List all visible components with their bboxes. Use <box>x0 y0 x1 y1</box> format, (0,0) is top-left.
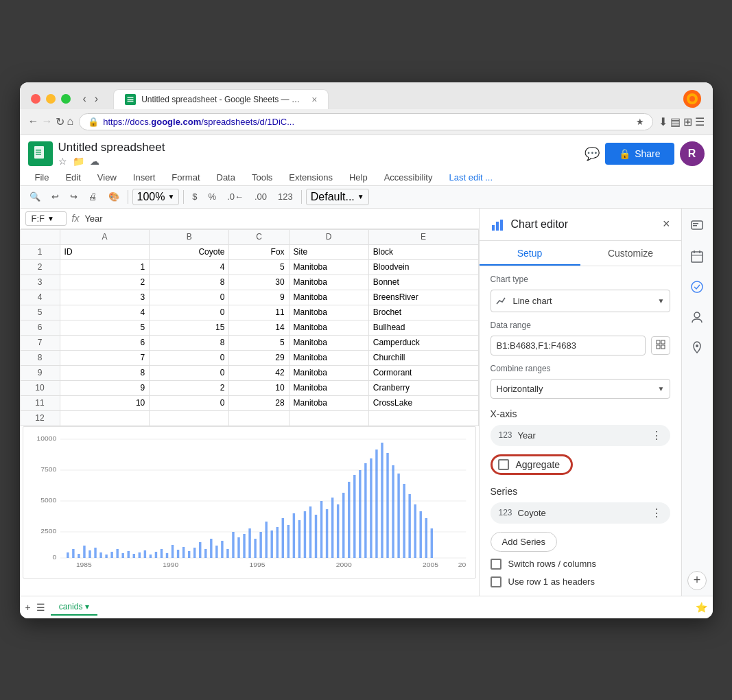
menu-format[interactable]: Format <box>165 170 206 185</box>
zoom-control[interactable]: 100% ▼ <box>132 189 180 205</box>
cell-1b[interactable]: Coyote <box>150 244 229 259</box>
svg-rect-3 <box>128 100 134 101</box>
sidebar-calendar-button[interactable] <box>685 244 709 269</box>
paint-format-button[interactable]: 🎨 <box>104 189 123 205</box>
xaxis-more-button[interactable]: ⋮ <box>651 429 662 442</box>
maximize-window-button[interactable] <box>61 94 71 104</box>
redo-button[interactable]: ↪ <box>66 189 82 205</box>
add-series-button[interactable]: Add Series <box>491 532 558 552</box>
svg-rect-53 <box>210 539 212 558</box>
search-toolbar-button[interactable]: 🔍 <box>25 189 45 205</box>
menu-edit[interactable]: Edit <box>58 170 87 185</box>
menu-view[interactable]: View <box>91 170 123 185</box>
data-range-input[interactable] <box>491 336 646 355</box>
sidebar-icon[interactable]: ⊞ <box>683 115 692 128</box>
toolbar-separator-3 <box>301 190 302 204</box>
print-button[interactable]: 🖨 <box>84 189 102 205</box>
svg-rect-42 <box>149 555 151 558</box>
menu-data[interactable]: Data <box>210 170 242 185</box>
explore-button[interactable]: ⭐ <box>696 602 707 613</box>
user-avatar[interactable]: R <box>680 141 705 166</box>
font-control[interactable]: Default... ▼ <box>306 189 369 205</box>
chart-type-select[interactable]: Line chart Bar chart Column chart Scatte… <box>491 290 670 312</box>
col-header-d[interactable]: D <box>289 229 368 244</box>
sheets-logo <box>28 141 53 166</box>
cell-reference[interactable]: F:F ▼ <box>25 211 67 226</box>
col-header-e[interactable]: E <box>368 229 478 244</box>
decrease-decimal-button[interactable]: .0← <box>223 189 248 205</box>
percent-button[interactable]: % <box>204 189 221 205</box>
svg-rect-94 <box>492 225 495 231</box>
col-header-a[interactable]: A <box>60 229 150 244</box>
menu-help[interactable]: Help <box>342 170 375 185</box>
sidebar-add-button[interactable]: + <box>687 571 707 590</box>
chart-editor-close-button[interactable]: × <box>663 217 670 231</box>
menu-icon[interactable]: ☰ <box>695 115 705 128</box>
home-button[interactable]: ⌂ <box>67 115 74 128</box>
svg-rect-41 <box>143 550 145 558</box>
menu-tools[interactable]: Tools <box>245 170 279 185</box>
tab-customize[interactable]: Customize <box>580 241 681 266</box>
123-button[interactable]: 123 <box>274 189 297 205</box>
back-button[interactable]: ← <box>28 115 39 128</box>
series-more-button[interactable]: ⋮ <box>651 506 662 520</box>
cell-1e[interactable]: Block <box>368 244 478 259</box>
combine-ranges-select[interactable]: Horizontally Vertically <box>491 379 670 399</box>
minimize-window-button[interactable] <box>46 94 56 104</box>
currency-button[interactable]: $ <box>188 189 201 205</box>
menu-file[interactable]: File <box>28 170 56 185</box>
sidebar-maps-button[interactable] <box>685 335 709 360</box>
undo-button[interactable]: ↩ <box>47 189 63 205</box>
formula-bar: F:F ▼ fx Year <box>20 209 479 229</box>
download-icon[interactable]: ⬇ <box>659 115 668 128</box>
svg-rect-8 <box>36 150 41 151</box>
cell-1a[interactable]: ID <box>60 244 150 259</box>
close-window-button[interactable] <box>31 94 40 104</box>
tab-title: Untitled spreadsheet - Google Sheets — M… <box>141 95 306 104</box>
sheet-tab-canids[interactable]: canids ▾ <box>51 599 97 616</box>
data-range-grid-button[interactable] <box>651 336 670 355</box>
sidebar-chat-button[interactable] <box>685 214 709 239</box>
star-icon[interactable]: ☆ <box>58 156 67 167</box>
menu-insert[interactable]: Insert <box>126 170 163 185</box>
close-tab-button[interactable]: × <box>311 94 317 105</box>
add-sheet-button[interactable]: + <box>25 602 31 613</box>
url-bar[interactable]: 🔒 https://docs.google.com/spreadsheets/d… <box>79 113 652 130</box>
browser-window: ‹ › Untitled spreadsheet - Google Sheets… <box>20 82 713 618</box>
comments-icon[interactable]: 💬 <box>585 146 600 161</box>
col-header-b[interactable]: B <box>150 229 229 244</box>
share-button[interactable]: 🔒 Share <box>605 143 674 165</box>
sheet-list-button[interactable]: ☰ <box>36 602 45 613</box>
use-row1-checkbox[interactable] <box>491 576 501 587</box>
tab-setup[interactable]: Setup <box>480 241 580 266</box>
prev-tab-button[interactable]: ‹ <box>80 91 89 106</box>
folder-icon[interactable]: 📁 <box>73 156 84 167</box>
line-chart-svg: 10000 7500 5000 2500 0 1985 1990 <box>29 432 470 570</box>
switch-rows-checkbox[interactable] <box>491 559 501 570</box>
increase-decimal-button[interactable]: .00 <box>250 189 271 205</box>
forward-button[interactable]: → <box>42 115 53 128</box>
active-tab[interactable]: Untitled spreadsheet - Google Sheets — M… <box>113 89 329 109</box>
svg-point-6 <box>689 96 695 102</box>
sidebar-contacts-button[interactable] <box>685 305 709 329</box>
col-header-c[interactable]: C <box>229 229 289 244</box>
embedded-chart[interactable]: 10000 7500 5000 2500 0 1985 1990 <box>23 426 476 579</box>
sheets-appbar: Untitled spreadsheet ☆ 📁 ☁ 💬 🔒 Share R F… <box>20 135 713 186</box>
menu-extensions[interactable]: Extensions <box>282 170 340 185</box>
svg-rect-90 <box>414 504 416 558</box>
sheets-logo-icon <box>34 146 47 161</box>
url-text: https://docs.google.com/spreadsheets/d/1… <box>103 117 294 127</box>
reload-button[interactable]: ↻ <box>56 115 64 128</box>
svg-rect-98 <box>661 340 665 344</box>
aggregate-checkbox[interactable] <box>498 459 509 470</box>
cloud-icon[interactable]: ☁ <box>90 156 99 167</box>
cell-1c[interactable]: Fox <box>229 244 289 259</box>
menu-last-edit[interactable]: Last edit ... <box>442 170 499 185</box>
svg-rect-58 <box>237 537 239 558</box>
next-tab-button[interactable]: › <box>92 91 101 106</box>
sidebar-tasks-button[interactable] <box>685 275 709 299</box>
reader-view-icon[interactable]: ▤ <box>670 115 681 128</box>
cell-1d[interactable]: Site <box>289 244 368 259</box>
menu-accessibility[interactable]: Accessibility <box>377 170 440 185</box>
spreadsheet-title[interactable]: Untitled spreadsheet <box>58 141 580 154</box>
